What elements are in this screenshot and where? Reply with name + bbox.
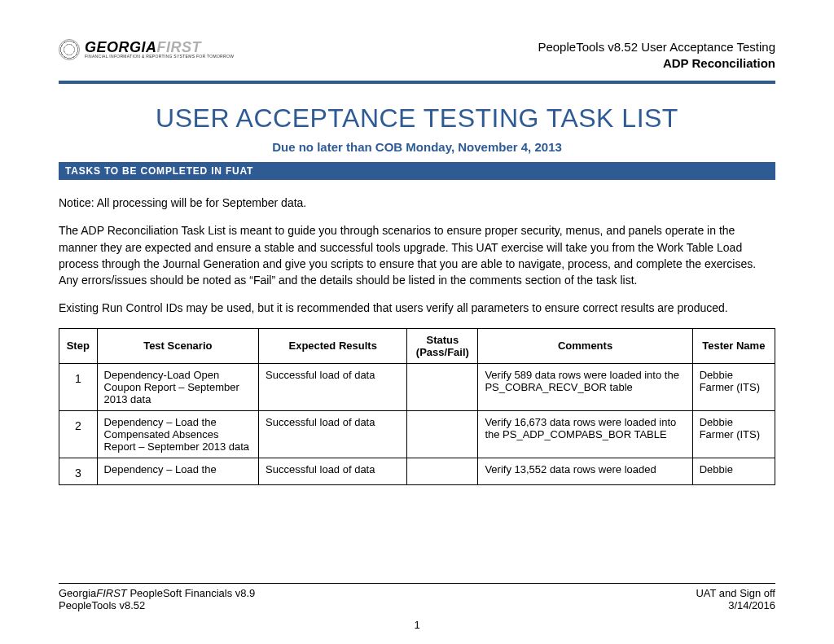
table-row: 1 Dependency-Load Open Coupon Report – S… xyxy=(59,363,775,410)
notice-text: Notice: All processing will be for Septe… xyxy=(59,195,775,211)
page-number: 1 xyxy=(0,619,834,631)
table-header-row: Step Test Scenario Expected Results Stat… xyxy=(59,328,775,363)
footer-first: FIRST xyxy=(96,587,127,599)
page-footer: GeorgiaFIRST PeopleSoft Financials v8.9 … xyxy=(59,583,775,611)
cell-expected: Successful load of data xyxy=(259,363,407,410)
col-status: Status (Pass/Fail) xyxy=(407,328,478,363)
logo-first: FIRST xyxy=(157,39,202,55)
col-comments: Comments xyxy=(478,328,692,363)
seal-icon xyxy=(59,39,80,60)
cell-status xyxy=(407,363,478,410)
task-table: Step Test Scenario Expected Results Stat… xyxy=(59,328,775,485)
logo-georgia: GEORGIA xyxy=(85,39,157,55)
page-header: GEORGIAFIRST FINANCIAL INFORMATION & REP… xyxy=(59,39,775,71)
cell-expected: Successful load of data xyxy=(259,458,407,484)
footer-tools: PeopleTools v8.52 xyxy=(59,599,255,611)
footer-right: UAT and Sign off 3/14/2016 xyxy=(696,587,775,611)
footer-left: GeorgiaFIRST PeopleSoft Financials v8.9 … xyxy=(59,587,255,611)
cell-scenario: Dependency – Load the Compensated Absenc… xyxy=(97,410,258,458)
col-step: Step xyxy=(59,328,98,363)
cell-step: 2 xyxy=(59,410,98,458)
cell-scenario: Dependency – Load the xyxy=(97,458,258,484)
cell-tester: Debbie Farmer (ITS) xyxy=(692,410,775,458)
cell-status xyxy=(407,458,478,484)
cell-tester: Debbie Farmer (ITS) xyxy=(692,363,775,410)
header-line1: PeopleTools v8.52 User Acceptance Testin… xyxy=(538,39,775,55)
page-title: USER ACCEPTANCE TESTING TASK LIST xyxy=(59,103,775,134)
header-rule xyxy=(59,81,775,84)
header-right: PeopleTools v8.52 User Acceptance Testin… xyxy=(538,39,775,71)
table-row: 3 Dependency – Load the Successful load … xyxy=(59,458,775,484)
table-row: 2 Dependency – Load the Compensated Abse… xyxy=(59,410,775,458)
col-expected: Expected Results xyxy=(259,328,407,363)
header-line2: ADP Reconciliation xyxy=(538,55,775,72)
section-bar: TASKS TO BE COMPLETED IN FUAT xyxy=(59,162,775,180)
cell-status xyxy=(407,410,478,458)
runcontrol-paragraph: Existing Run Control IDs may be used, bu… xyxy=(59,300,775,316)
logo-subtitle: FINANCIAL INFORMATION & REPORTING SYSTEM… xyxy=(85,54,234,59)
cell-comments: Verify 589 data rows were loaded into th… xyxy=(478,363,692,410)
cell-comments: Verify 16,673 data rows were loaded into… xyxy=(478,410,692,458)
footer-date: 3/14/2016 xyxy=(696,599,775,611)
cell-comments: Verify 13,552 data rows were loaded xyxy=(478,458,692,484)
logo-text: GEORGIAFIRST FINANCIAL INFORMATION & REP… xyxy=(85,41,234,59)
page-subtitle: Due no later than COB Monday, November 4… xyxy=(59,140,775,154)
cell-step: 1 xyxy=(59,363,98,410)
cell-tester: Debbie xyxy=(692,458,775,484)
footer-uat: UAT and Sign off xyxy=(696,587,775,599)
cell-step: 3 xyxy=(59,458,98,484)
col-tester: Tester Name xyxy=(692,328,775,363)
footer-psoft: PeopleSoft Financials v8.9 xyxy=(127,587,256,599)
cell-scenario: Dependency-Load Open Coupon Report – Sep… xyxy=(97,363,258,410)
logo: GEORGIAFIRST FINANCIAL INFORMATION & REP… xyxy=(59,39,234,60)
intro-paragraph: The ADP Reconciliation Task List is mean… xyxy=(59,222,775,288)
footer-georgia: Georgia xyxy=(59,587,96,599)
cell-expected: Successful load of data xyxy=(259,410,407,458)
col-scenario: Test Scenario xyxy=(97,328,258,363)
